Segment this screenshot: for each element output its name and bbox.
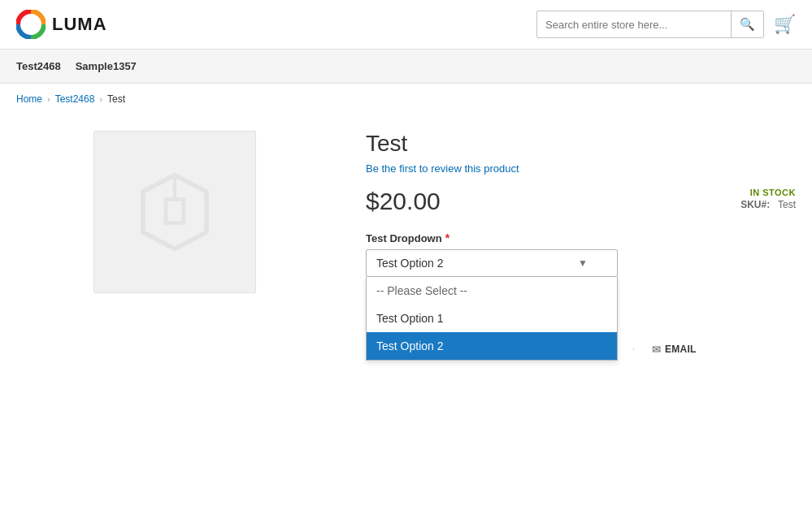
dropdown-option-1[interactable]: Test Option 1: [367, 305, 617, 332]
nav-bar: Test2468 Sample1357: [0, 50, 812, 84]
luma-logo-icon: [16, 10, 46, 39]
dropdown-section: Test Dropdown * Test Option 2 ▼ -- Pleas…: [366, 231, 796, 277]
nav-item-test2468[interactable]: Test2468: [16, 50, 72, 82]
stock-sku: IN STOCK SKU#: Test: [740, 188, 796, 210]
header-right: 🔍 🛒: [536, 11, 796, 38]
cart-button[interactable]: 🛒: [774, 14, 796, 35]
dropdown-label: Test Dropdown *: [366, 231, 796, 244]
breadcrumb: Home › Test2468 › Test: [0, 84, 812, 115]
search-button[interactable]: 🔍: [731, 11, 763, 37]
search-input[interactable]: [537, 13, 731, 37]
email-icon: ✉: [652, 344, 661, 356]
main-content: Test Be the first to review this product…: [0, 115, 812, 389]
search-bar: 🔍: [536, 11, 764, 38]
chevron-down-icon: ▼: [578, 257, 588, 269]
dropdown-wrapper: Test Option 2 ▼ -- Please Select -- Test…: [366, 249, 618, 277]
svg-rect-3: [166, 200, 184, 223]
product-price: $20.00: [366, 188, 441, 215]
logo-area: LUMA: [16, 10, 107, 39]
product-image-area: [16, 131, 333, 357]
sku-value: Test: [778, 199, 796, 210]
email-link[interactable]: ✉ EMAIL: [652, 344, 697, 356]
breadcrumb-sep-1: ›: [47, 94, 50, 104]
price-stock-row: $20.00 IN STOCK SKU#: Test: [366, 188, 796, 215]
dropdown-label-text: Test Dropdown: [366, 232, 442, 244]
product-info: Test Be the first to review this product…: [366, 131, 796, 357]
site-header: LUMA 🔍 🛒: [0, 0, 812, 50]
dropdown-option-2[interactable]: Test Option 2: [367, 332, 617, 360]
dropdown-selected-value: Test Option 2: [376, 257, 444, 270]
nav-item-sample1357[interactable]: Sample1357: [76, 50, 148, 82]
breadcrumb-current: Test: [107, 93, 125, 105]
logo-text: LUMA: [52, 14, 107, 35]
dropdown-list: -- Please Select -- Test Option 1 Test O…: [366, 277, 618, 361]
sku-line: SKU#: Test: [740, 199, 796, 210]
breadcrumb-home[interactable]: Home: [16, 93, 42, 105]
email-label: EMAIL: [665, 344, 697, 355]
breadcrumb-sep-2: ›: [99, 94, 102, 104]
review-link[interactable]: Be the first to review this product: [366, 162, 519, 175]
dropdown-option-please-select[interactable]: -- Please Select --: [367, 277, 617, 305]
product-title: Test: [366, 131, 796, 157]
product-placeholder-image: [134, 171, 215, 253]
in-stock-label: IN STOCK: [740, 188, 796, 197]
required-star: *: [445, 231, 449, 244]
sku-label: SKU#:: [740, 199, 770, 210]
breadcrumb-test2468[interactable]: Test2468: [55, 93, 95, 105]
divider-2: ·: [632, 342, 635, 357]
product-image-box: [93, 131, 256, 293]
dropdown-trigger[interactable]: Test Option 2 ▼: [366, 249, 618, 277]
